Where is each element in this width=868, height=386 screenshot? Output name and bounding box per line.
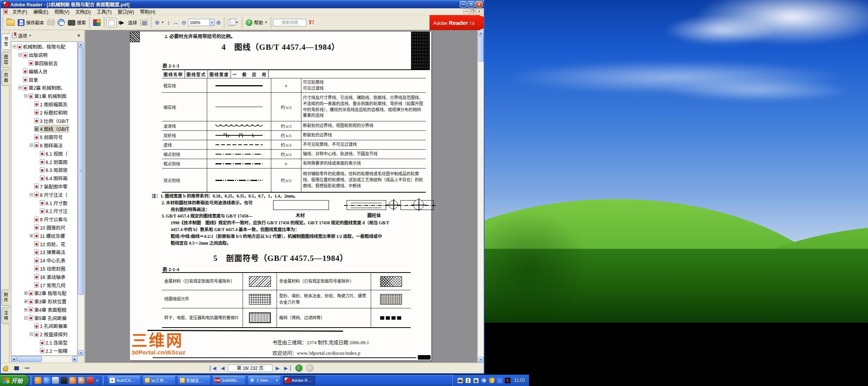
toolbar-grip[interactable] [150,17,152,28]
single-page-view-button[interactable] [12,365,21,372]
bookmark-item[interactable]: 1 孔间距偏差 [11,322,77,330]
bookmark-item[interactable]: 第5章 孔间距偏 [11,314,77,322]
bookmark-item[interactable]: 2.1 连接型 [11,339,77,347]
bookmark-item[interactable]: 6.4 图样画 [11,174,77,182]
bookmark-label[interactable]: 15 动密封圈 [40,265,65,272]
bookmark-label[interactable]: 11 螺纹及螺 [40,232,65,239]
doc-restore-button[interactable]: ❐ [470,9,476,14]
bookmark-item[interactable]: 编辑人员 [11,67,77,75]
select-tool-button[interactable]: 选择 [117,18,139,27]
chevron-down-icon[interactable]: ▼ [264,21,267,24]
toolbar-grip[interactable] [103,17,105,28]
bookmark-item[interactable]: 出版说明 [11,51,77,59]
scroll-left-button[interactable] [11,356,17,362]
open-button[interactable] [5,18,16,27]
bookmark-label[interactable]: 8.2 尺寸注 [46,207,67,214]
quick-launch-overflow-chevron[interactable]: » [95,378,99,383]
toolbar-grip[interactable] [270,17,272,28]
bookmark-label[interactable]: 6.1 视图（ [46,150,67,157]
last-page-button[interactable]: ▶ [283,364,292,372]
menu-item[interactable]: 视图(V) [51,8,72,15]
email-button[interactable] [56,18,66,27]
tray-icon[interactable]: ◀ [481,378,487,383]
task-button[interactable]: lei工作文件 [143,376,175,385]
bookmark-item[interactable]: 15 动密封圈 [11,265,77,273]
bookmark-label[interactable]: 17 常用几何 [40,282,65,289]
task-button[interactable]: a AutoCAD 20... [108,376,140,385]
zoom-dropdown-button[interactable]: ▼ [210,19,215,26]
start-button[interactable]: 开始 [0,375,29,386]
sidebar-tab[interactable]: 注释 [2,308,9,324]
fit-page-button[interactable]: ↕ [166,18,172,27]
print-button[interactable] [46,19,56,26]
scroll-down-button[interactable] [478,357,484,363]
bookmark-label[interactable]: 目录 [29,76,38,83]
bookmark-item[interactable]: 目录 [11,75,77,84]
tray-icon[interactable]: ♪ [497,378,503,383]
expander-icon[interactable] [18,53,22,57]
bookmark-item[interactable]: 13 弹簧画法 [11,248,77,256]
bookmark-item[interactable]: 2 按直接排列 [11,330,77,339]
bookmark-label[interactable]: 2 标题栏和明 [40,109,67,116]
minimize-button[interactable]: — [460,1,467,8]
bookmark-item[interactable]: 5 剖面符号 [11,133,77,141]
bookmark-label[interactable]: 第5章 孔间距偏 [34,314,66,322]
taskbar-grip[interactable] [30,376,32,384]
options-menu-button[interactable]: 选项 [18,32,27,39]
expander-icon[interactable] [30,332,33,336]
task-button[interactable]: SW SolidWorks... [213,376,245,385]
bookmark-label[interactable]: 9 尺寸公差与 [40,216,67,223]
web-search-input[interactable]: 搜索网络 [273,19,306,26]
bookmark-label[interactable]: 第四版前言 [34,60,58,67]
expander-icon[interactable] [30,193,33,196]
bookmark-item[interactable]: 14 中心孔表 [11,256,77,265]
bookmark-item[interactable]: 2 标题栏和明 [11,108,77,116]
yahoo-icon[interactable]: Y! [309,19,314,26]
bookmark-label[interactable]: 8.1 尺寸数 [46,199,67,207]
bookmark-label[interactable]: 机械制图、极限与配 [23,43,66,50]
bookmark-item[interactable]: 16 滚动轴承 [11,273,77,281]
scrollbar-thumb[interactable] [78,47,84,295]
bookmark-label[interactable]: 3 比例（GB/T [40,117,69,124]
zoom-tool-button[interactable]: ⊕▼ [153,18,166,27]
scroll-up-button[interactable] [478,30,484,36]
tray-icon[interactable]: K [505,378,510,383]
expander-icon[interactable] [30,144,33,147]
bookmark-label[interactable]: 第3章 形状位置 [34,298,66,305]
doc-minimize-button[interactable]: — [463,9,469,14]
bookmark-label[interactable]: 5 剖面符号 [40,133,63,141]
snapshot-tool-button[interactable] [139,18,149,27]
bookmark-item[interactable]: 11 螺纹及螺 [11,231,77,240]
expander-icon[interactable] [24,291,28,295]
bookmark-item[interactable]: 8.2 尺寸注 [11,207,77,215]
zoom-out-button[interactable]: ⊖ [180,18,188,27]
task-button[interactable]: 机械设计手... [178,376,210,385]
menu-item[interactable]: 文件(F) [9,8,30,15]
task-button[interactable]: Adobe Read... [283,376,315,385]
chevron-down-icon[interactable]: ▼ [161,21,164,24]
expander-icon[interactable] [24,308,28,311]
expander-icon[interactable] [30,234,33,237]
menu-item[interactable]: 帮助(H) [137,8,159,15]
bookmark-item[interactable]: 3 比例（GB/T [11,116,77,125]
previous-view-button[interactable]: ← [295,365,303,372]
bookmark-item[interactable]: 4 图线（GB/T [11,125,77,133]
previous-page-button[interactable]: ◀ [220,364,226,372]
help-button[interactable]: ? 帮助 ▼ [244,18,269,27]
chevron-down-icon[interactable]: ▼ [29,34,32,37]
scrollbar-thumb[interactable] [17,356,42,362]
expander-icon[interactable] [18,86,22,89]
doc-close-button[interactable]: x [476,9,482,14]
scroll-right-button[interactable] [72,356,78,362]
bookmark-item[interactable]: 6.2 剖面图 [11,158,77,166]
bookmark-label[interactable]: 10 圆锥的尺 [40,224,65,231]
title-bar[interactable]: Adobe Reader - [2机械制图 极限与配合 表面粗糙度.pdf] —… [1,0,484,8]
bookmark-label[interactable]: 6.2 剖面图 [46,158,67,165]
bookmark-label[interactable]: 6.3 局部放 [46,166,67,173]
next-page-button[interactable]: ▶ [275,364,281,372]
bookmark-item[interactable]: 7 装配图中零 [11,182,77,191]
toolbar-grip[interactable] [223,17,225,28]
bookmark-item[interactable]: 17 常用几何 [11,281,77,289]
hand-tool-button[interactable] [106,18,117,28]
tray-icon[interactable]: ⌨ [457,378,463,383]
